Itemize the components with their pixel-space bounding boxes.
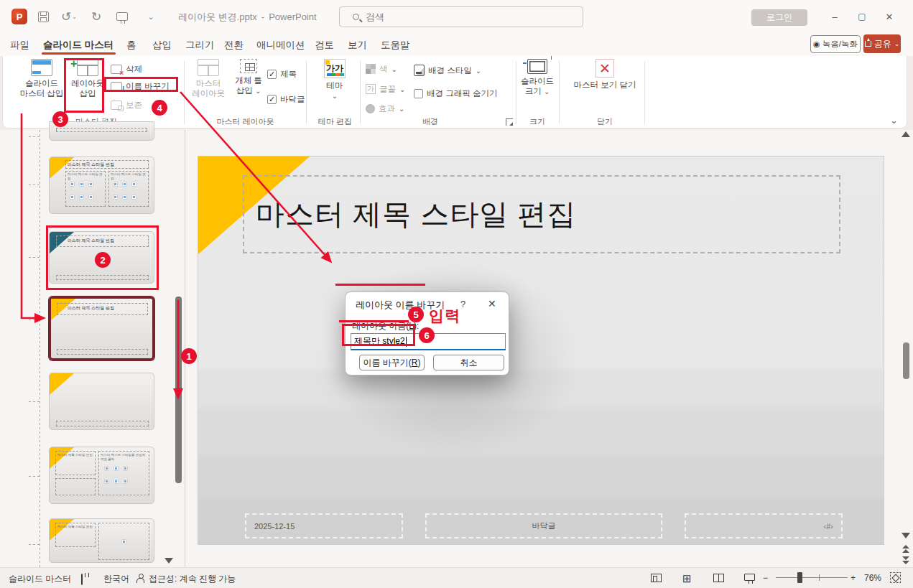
dialog-close-button[interactable]: ✕ (488, 298, 496, 309)
underline-input-value (339, 320, 409, 322)
tab-view[interactable]: 보기 (348, 37, 367, 54)
title-placeholder[interactable]: 마스터 제목 스타일 편집 (243, 175, 840, 253)
thumbnail-two-content[interactable]: 마스터 제목 스타일 편집 마스터 텍스트 스타일 편집 마스터 텍스트 스타일… (49, 157, 154, 214)
group-divider (184, 61, 185, 124)
colors-button[interactable]: 색⌄ (366, 62, 397, 76)
customize-toolbar-icon[interactable]: ⌄ (142, 8, 159, 25)
zoom-in-button[interactable]: + (851, 573, 856, 583)
fit-slide-to-window-icon[interactable] (890, 572, 901, 583)
zoom-slider-thumb[interactable] (797, 572, 802, 583)
fonts-button[interactable]: 가글꼴⌄ (366, 82, 405, 96)
insert-placeholder-button[interactable]: 개체 틀삽입 ⌄ (231, 59, 266, 96)
date-placeholder[interactable]: 2025-12-15 (245, 513, 403, 538)
language-indicator[interactable]: 한국어 (103, 573, 129, 585)
effects-icon (366, 104, 375, 113)
tab-draw[interactable]: 그리기 (185, 37, 215, 54)
maximize-button[interactable]: ▢ (852, 8, 872, 25)
search-input[interactable]: 검색 (339, 6, 583, 27)
delete-icon (111, 65, 122, 74)
next-slide-button[interactable] (902, 556, 910, 565)
slide-sorter-icon[interactable]: ⊞ (682, 572, 692, 585)
chevron-down-icon: ⌄ (391, 65, 397, 73)
checkbox-checked-icon: ✓ (267, 70, 277, 79)
delete-button[interactable]: 삭제 (111, 62, 142, 76)
share-button[interactable]: 공유 ⌄ (863, 34, 901, 53)
footer-placeholder[interactable]: 바닥글 (425, 513, 662, 538)
group-divider (559, 61, 560, 124)
tab-help[interactable]: 도움말 (381, 37, 410, 54)
thumbnail-partial-bottom[interactable]: 마스터 제목 스타일 편집 (49, 518, 154, 563)
undo-icon[interactable]: ↺⌄ (60, 8, 78, 25)
slide-number-placeholder[interactable]: ‹#› (685, 513, 843, 538)
tab-home[interactable]: 홈 (126, 37, 136, 54)
active-tab-underline (42, 52, 116, 55)
thumbnail-title-content[interactable]: 마스터 제목 스타일 편집 마스터 텍스트 스타일을 편집하려면 클릭 (49, 447, 154, 504)
tab-transitions[interactable]: 전환 (224, 37, 244, 54)
zoom-slider-track[interactable] (776, 577, 848, 578)
zoom-out-button[interactable]: − (763, 573, 768, 583)
zoom-percentage[interactable]: 76% (864, 573, 881, 583)
slide-accent-triangle (50, 373, 74, 395)
group-divider (644, 61, 645, 124)
reading-view-icon[interactable] (713, 574, 724, 584)
cancel-button[interactable]: 취소 (433, 355, 504, 370)
close-button[interactable]: ✕ (879, 8, 899, 25)
layout-tree-line (40, 130, 40, 567)
thumbnail-title-only-selected[interactable]: 마스터 제목 스타일 편집 (49, 297, 154, 360)
group-label-close: 닫기 (578, 116, 632, 127)
collapse-ribbon-icon[interactable]: ⌄ (890, 115, 898, 126)
accessibility-status[interactable]: 접근성: 계속 진행 가능 (149, 573, 236, 585)
minimize-button[interactable]: – (825, 8, 845, 25)
zoom-slider-tick (819, 574, 820, 581)
chevron-down-icon: ⌄ (399, 105, 404, 113)
tab-review[interactable]: 검토 (315, 37, 334, 54)
vertical-scroll-up-icon[interactable] (902, 131, 910, 137)
vertical-scrollbar[interactable] (903, 342, 909, 379)
login-button[interactable]: 로그인 (751, 9, 807, 26)
slide-size-button[interactable]: 슬라이드크기 ⌄ (519, 59, 556, 97)
effects-button[interactable]: 효과⌄ (366, 101, 404, 116)
group-label-size: 크기 (516, 116, 558, 127)
record-button[interactable]: ◉ 녹음/녹화 (810, 35, 861, 53)
thumbnail-scrollbar[interactable] (175, 297, 182, 483)
dialog-launcher-icon[interactable] (506, 118, 513, 126)
thumbnail-title: 마스터 제목 스타일 편집 (57, 525, 93, 529)
workspace: 마스터 제목 스타일 편집 마스터 텍스트 스타일 편집 마스터 텍스트 스타일… (0, 130, 913, 567)
rename-confirm-button[interactable]: 이름 바꾸기(R) (359, 355, 425, 370)
record-icon: ◉ (813, 39, 820, 49)
vertical-scroll-down-icon[interactable] (902, 533, 910, 538)
insert-slide-master-button[interactable]: 슬라이드마스터 삽입 (16, 59, 68, 98)
chevron-down-icon: ⌄ (894, 40, 900, 47)
tab-slide-master[interactable]: 슬라이드 마스터 (43, 37, 113, 54)
tab-insert[interactable]: 삽입 (152, 37, 172, 54)
step-badge-3: 3 (52, 111, 68, 127)
hide-background-graphics-checkbox[interactable]: 배경 그래픽 숨기기 (414, 86, 497, 101)
thumbnail-scroll-down-icon[interactable] (164, 558, 173, 564)
tab-file[interactable]: 파일 (10, 37, 29, 54)
background-styles-button[interactable]: 배경 스타일⌄ (414, 63, 481, 78)
close-master-view-button[interactable]: ✕ 마스터 보기 닫기 (567, 59, 642, 90)
title-bar: P ↺⌄ ↻ ⌄ 레이아웃 변경.pptx-PowerPoint 검색 로그인 … (0, 0, 913, 33)
preserve-button[interactable]: 보존 (111, 98, 142, 112)
themes-button[interactable]: 가가 테마⌄ (313, 59, 356, 101)
search-placeholder: 검색 (366, 11, 384, 24)
slideshow-view-icon[interactable] (744, 573, 755, 583)
slide-canvas[interactable]: 마스터 제목 스타일 편집 2025-12-15 바닥글 ‹#› 레이아웃 이름… (198, 156, 884, 545)
spellcheck-icon[interactable] (81, 574, 83, 584)
input-hint-text: 입력 (429, 306, 460, 326)
thumbnail-blank[interactable] (49, 373, 154, 430)
footer-checkbox[interactable]: ✓바닥글 (267, 92, 305, 106)
tab-animations[interactable]: 애니메이션 (256, 37, 305, 54)
previous-slide-button[interactable] (902, 545, 910, 554)
save-icon[interactable] (34, 8, 52, 25)
underline-dialog-title (335, 284, 425, 286)
normal-view-icon[interactable] (651, 574, 662, 584)
ribbon: 슬라이드마스터 삽입 + 레이아웃삽입 삭제 이름 바꾸기 보존 마스터 편집 … (2, 56, 907, 129)
step-badge-2: 2 (95, 252, 111, 268)
title-checkbox[interactable]: ✓제목 (267, 67, 297, 81)
master-layout-button[interactable]: 마스터레이아웃 (188, 59, 228, 98)
dialog-help-button[interactable]: ? (460, 299, 465, 309)
redo-icon[interactable]: ↻ (88, 8, 105, 25)
step-badge-4: 4 (152, 100, 167, 116)
start-slideshow-icon[interactable] (113, 8, 131, 25)
